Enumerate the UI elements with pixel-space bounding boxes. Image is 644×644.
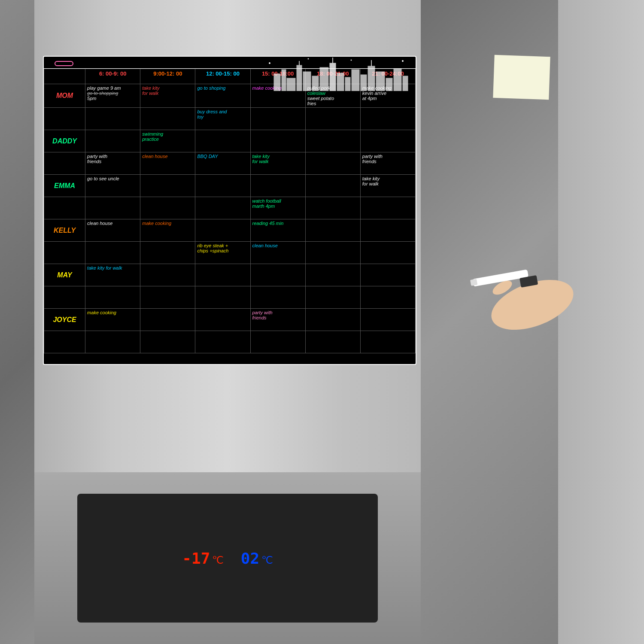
temp2-value: 02 bbox=[241, 550, 259, 567]
schedule-cell bbox=[305, 197, 360, 219]
calendar-board: 6: 00-9: 00 9:00-12: 00 12: 00-15: 00 15… bbox=[43, 56, 416, 365]
row-name-cell: EMMA bbox=[44, 175, 85, 197]
schedule-cell bbox=[195, 130, 250, 152]
schedule-cell: buy dress andtoy bbox=[195, 108, 250, 130]
svg-rect-10 bbox=[337, 73, 344, 91]
cell-text: buy dress and bbox=[197, 109, 248, 114]
table-row: KELLYclean housemake cookingreading 45 m… bbox=[44, 219, 416, 242]
cell-text: friends bbox=[362, 159, 413, 164]
svg-rect-28 bbox=[470, 279, 477, 286]
svg-rect-3 bbox=[297, 65, 302, 91]
schedule-cell bbox=[140, 108, 195, 130]
schedule-cell bbox=[360, 286, 415, 309]
svg-rect-7 bbox=[320, 67, 328, 91]
schedule-cell bbox=[360, 130, 415, 152]
cell-text: take kity bbox=[362, 176, 413, 181]
cell-text: swimming bbox=[142, 131, 193, 137]
cell-text: practice bbox=[142, 137, 193, 142]
schedule-cell bbox=[305, 242, 360, 264]
schedule-cell bbox=[250, 130, 305, 152]
schedule-cell bbox=[305, 286, 360, 309]
schedule-cell bbox=[195, 219, 250, 242]
schedule-cell: take kityfor walk bbox=[140, 84, 195, 108]
schedule-cell bbox=[305, 331, 360, 353]
board-header bbox=[44, 57, 416, 68]
svg-point-20 bbox=[269, 63, 270, 64]
cell-text: take kity for walk bbox=[87, 265, 138, 270]
svg-point-22 bbox=[351, 60, 352, 61]
schedule-cell bbox=[85, 331, 140, 353]
temp1-unit: ℃ bbox=[212, 554, 224, 566]
schedule-cell: rib eye steak +chips +spinach bbox=[195, 242, 250, 264]
schedule-cell bbox=[140, 331, 195, 353]
row-name-cell bbox=[44, 331, 85, 353]
svg-rect-14 bbox=[368, 66, 375, 91]
svg-rect-18 bbox=[394, 69, 401, 91]
schedule-cell: take kityfor walk bbox=[250, 152, 305, 175]
svg-point-21 bbox=[402, 61, 404, 62]
schedule-cell bbox=[140, 197, 195, 219]
svg-point-23 bbox=[308, 58, 309, 59]
schedule-cell bbox=[360, 108, 415, 130]
cell-text: kevin arrive bbox=[362, 91, 413, 96]
person-name: DADDY bbox=[52, 137, 77, 145]
svg-rect-11 bbox=[345, 77, 350, 91]
cell-text: party with bbox=[87, 154, 138, 159]
cell-text: friends bbox=[87, 159, 138, 164]
svg-rect-13 bbox=[361, 75, 367, 91]
date-box bbox=[55, 61, 73, 66]
schedule-cell bbox=[85, 286, 140, 309]
svg-rect-2 bbox=[287, 78, 295, 91]
calendar-grid: 6: 00-9: 00 9:00-12: 00 12: 00-15: 00 15… bbox=[44, 68, 416, 353]
cell-text: go to shoping bbox=[197, 85, 248, 91]
schedule-cell: take kity for walk bbox=[85, 264, 140, 286]
table-row: DADDYswimmingpractice bbox=[44, 130, 416, 152]
cell-text: BBQ DAY bbox=[197, 154, 248, 159]
schedule-cell bbox=[250, 286, 305, 309]
schedule-cell bbox=[305, 152, 360, 175]
schedule-cell: play game 9 amgo to shopping5pm bbox=[85, 84, 140, 108]
schedule-cell: swimmingpractice bbox=[140, 130, 195, 152]
table-row: JOYCEmake cookingparty withfriends bbox=[44, 309, 416, 331]
cell-text: coleslaw bbox=[307, 91, 358, 96]
temp-display-1: -17 ℃ bbox=[182, 550, 223, 567]
row-name-cell bbox=[44, 108, 85, 130]
svg-rect-16 bbox=[376, 72, 385, 91]
cell-text: party with bbox=[362, 154, 413, 159]
schedule-cell: make cooking bbox=[140, 219, 195, 242]
col-header-t1: 6: 00-9: 00 bbox=[85, 69, 140, 84]
cell-text: play game 9 am bbox=[87, 85, 138, 91]
table-row: party withfriendsclean houseBBQ DAYtake … bbox=[44, 152, 416, 175]
cell-text: 5pm bbox=[87, 96, 138, 101]
cell-text: party with bbox=[252, 310, 304, 315]
svg-rect-0 bbox=[274, 74, 280, 91]
cell-text: for walk bbox=[142, 91, 193, 96]
schedule-cell bbox=[360, 309, 415, 331]
svg-rect-8 bbox=[330, 63, 336, 91]
schedule-cell bbox=[140, 286, 195, 309]
schedule-cell bbox=[305, 108, 360, 130]
col-header-t3: 12: 00-15: 00 bbox=[195, 69, 250, 84]
schedule-cell bbox=[360, 331, 415, 353]
temp1-value: -17 bbox=[182, 550, 210, 567]
cell-text: go to shopping bbox=[87, 91, 138, 96]
temp2-unit: ℃ bbox=[261, 554, 273, 566]
cell-text: clean house bbox=[252, 243, 304, 248]
schedule-cell: clean house bbox=[85, 219, 140, 242]
col-header-name bbox=[44, 69, 85, 84]
schedule-cell bbox=[250, 175, 305, 197]
row-name-cell: MAY bbox=[44, 264, 85, 286]
schedule-cell bbox=[305, 219, 360, 242]
row-name-cell: DADDY bbox=[44, 130, 85, 152]
schedule-cell: BBQ DAY bbox=[195, 152, 250, 175]
table-row bbox=[44, 286, 416, 309]
schedule-cell bbox=[195, 331, 250, 353]
schedule-cell bbox=[85, 130, 140, 152]
cell-text: rib eye steak + bbox=[197, 243, 248, 248]
cell-text: for walk bbox=[362, 181, 413, 186]
table-row: MAYtake kity for walk bbox=[44, 264, 416, 286]
schedule-cell bbox=[195, 264, 250, 286]
calendar-body: MOMplay game 9 amgo to shopping5pmtake k… bbox=[44, 84, 416, 353]
schedule-cell bbox=[250, 264, 305, 286]
svg-rect-12 bbox=[352, 70, 359, 91]
